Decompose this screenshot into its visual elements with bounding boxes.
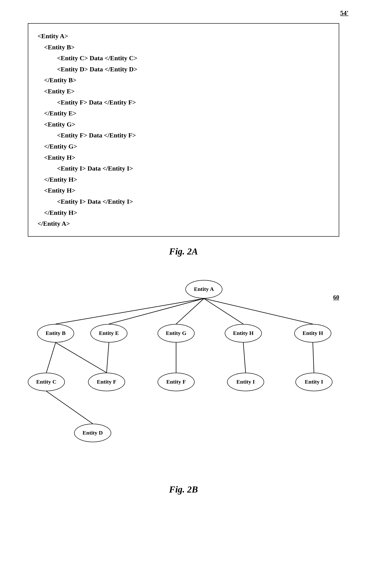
xml-line-7: <Entity F> Data </Entity F> <box>38 97 329 108</box>
xml-line-15: <Entity H> <box>38 185 329 196</box>
node-entity-h1: Entity H <box>225 324 262 343</box>
xml-line-17: </Entity H> <box>38 207 329 218</box>
svg-line-6 <box>56 343 107 373</box>
xml-line-12: <Entity H> <box>38 152 329 163</box>
xml-line-14: </Entity H> <box>38 174 329 185</box>
node-entity-h2: Entity H <box>294 324 331 343</box>
svg-line-11 <box>46 391 93 424</box>
fig2b-label: Fig. 2B <box>14 484 353 495</box>
svg-line-3 <box>204 299 243 324</box>
node-entity-d: Entity D <box>74 424 111 442</box>
svg-line-4 <box>204 299 313 324</box>
xml-line-8: </Entity E> <box>38 108 329 119</box>
svg-line-10 <box>313 343 314 373</box>
node-entity-a: Entity A <box>185 280 222 299</box>
xml-line-13: <Entity I> Data </Entity I> <box>38 163 329 174</box>
node-entity-c: Entity C <box>28 373 65 391</box>
node-entity-i2: Entity I <box>295 373 333 391</box>
svg-line-5 <box>46 343 56 373</box>
node-entity-i1: Entity I <box>227 373 264 391</box>
node-entity-g: Entity G <box>158 324 195 343</box>
xml-line-4: <Entity D> Data </Entity D> <box>38 64 329 75</box>
xml-line-18: </Entity A> <box>38 218 329 229</box>
svg-line-9 <box>243 343 246 373</box>
xml-line-10: <Entity F> Data </Entity F> <box>38 130 329 141</box>
svg-line-0 <box>56 299 204 324</box>
xml-line-5: </Entity B> <box>38 75 329 86</box>
xml-line-11: </Entity G> <box>38 141 329 152</box>
xml-line-16: <Entity I> Data </Entity I> <box>38 196 329 207</box>
xml-line-2: <Entity B> <box>38 42 329 53</box>
xml-line-9: <Entity G> <box>38 119 329 130</box>
svg-line-7 <box>107 343 109 373</box>
tree-diagram: Entity A Entity B Entity E Entity G Enti… <box>28 271 366 479</box>
node-entity-f2: Entity F <box>158 373 195 391</box>
fig2a-label: Fig. 2A <box>14 246 353 257</box>
node-entity-e: Entity E <box>90 324 127 343</box>
xml-line-1: <Entity A> <box>38 31 329 42</box>
xml-code-box: <Entity A> <Entity B> <Entity C> Data </… <box>28 23 339 237</box>
ref-number-54: 54' <box>340 9 349 17</box>
xml-line-3: <Entity C> Data </Entity C> <box>38 53 329 64</box>
xml-line-6: <Entity E> <box>38 86 329 97</box>
node-entity-b: Entity B <box>37 324 74 343</box>
node-entity-f1: Entity F <box>88 373 125 391</box>
